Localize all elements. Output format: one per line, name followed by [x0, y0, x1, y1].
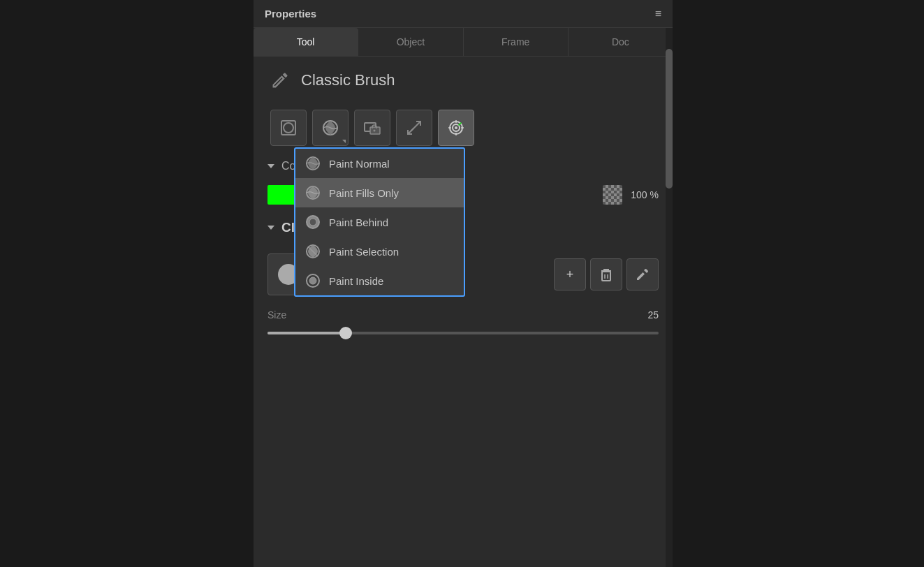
svg-point-21 — [309, 277, 316, 284]
tab-tool[interactable]: Tool — [254, 28, 358, 56]
toolbar-row: Paint Normal Paint Fills Only Paint Behi… — [254, 104, 673, 152]
brush-name-section: Classic Brush — [254, 57, 673, 104]
size-value: 25 — [638, 309, 659, 321]
size-slider-track[interactable] — [267, 332, 659, 334]
paint-fills-only-icon — [305, 185, 321, 200]
checker-icon[interactable] — [603, 185, 622, 205]
edit-icon — [635, 267, 650, 282]
delete-brush-btn[interactable] — [590, 258, 622, 290]
svg-rect-22 — [602, 272, 610, 281]
paint-behind-icon — [305, 214, 321, 230]
paint-inside-icon — [305, 273, 321, 288]
paint-normal-icon — [305, 156, 321, 171]
paint-selection-icon — [305, 244, 321, 259]
dropdown-arrow — [342, 140, 346, 143]
target-icon — [447, 119, 465, 137]
trash-icon — [599, 267, 614, 282]
size-slider-thumb[interactable] — [339, 327, 352, 339]
opacity-value: 100 % — [631, 189, 659, 200]
dropdown-item-paint-fills-only[interactable]: Paint Fills Only — [295, 178, 464, 207]
dropdown-item-paint-behind[interactable]: Paint Behind — [295, 207, 464, 237]
scroll-track — [666, 28, 673, 567]
tabs-row: Tool Object Frame Doc — [254, 28, 673, 57]
dropdown-item-paint-inside[interactable]: Paint Inside — [295, 266, 464, 295]
target-btn[interactable] — [438, 110, 474, 146]
edit-brush-btn[interactable] — [626, 258, 659, 290]
transform-icon — [405, 119, 423, 137]
dropdown-item-paint-normal[interactable]: Paint Normal — [295, 149, 464, 178]
dropdown-item-paint-selection[interactable]: Paint Selection — [295, 237, 464, 266]
color-chevron[interactable] — [267, 164, 274, 168]
svg-point-1 — [284, 123, 293, 133]
lock-layer-btn[interactable] — [354, 110, 390, 146]
paint-mode-dropdown: Paint Normal Paint Fills Only Paint Behi… — [294, 147, 465, 297]
svg-point-10 — [455, 126, 457, 129]
paint-mode-btn[interactable] — [312, 110, 349, 146]
scroll-thumb[interactable] — [666, 49, 673, 189]
brush-action-buttons: + — [554, 258, 659, 290]
hamburger-icon[interactable]: ≡ — [655, 8, 661, 20]
add-brush-btn[interactable]: + — [554, 258, 586, 290]
options-chevron[interactable] — [267, 226, 274, 230]
brush-name-text: Classic Brush — [301, 71, 395, 89]
left-panel — [0, 0, 254, 567]
slider-row — [254, 323, 673, 346]
properties-panel: Properties ≡ Tool Object Frame Doc Class… — [254, 0, 673, 567]
size-row: Size 25 — [254, 302, 673, 323]
selection-shape-icon — [279, 119, 298, 137]
paint-mode-icon — [321, 119, 339, 137]
lock-layer-icon — [363, 119, 381, 137]
svg-line-6 — [408, 122, 420, 134]
tab-frame[interactable]: Frame — [464, 28, 569, 56]
svg-point-5 — [374, 130, 376, 132]
tab-doc[interactable]: Doc — [569, 28, 673, 56]
transform-btn[interactable] — [396, 110, 432, 146]
svg-point-18 — [309, 219, 316, 226]
tab-object[interactable]: Object — [358, 28, 463, 56]
right-panel — [673, 0, 924, 567]
size-label: Size — [267, 309, 638, 321]
panel-header: Properties ≡ — [254, 0, 673, 28]
panel-title: Properties — [265, 8, 316, 20]
brush-icon — [270, 71, 290, 90]
size-slider-fill — [267, 332, 346, 334]
svg-line-7 — [411, 128, 413, 131]
selection-shape-btn[interactable] — [270, 110, 307, 146]
